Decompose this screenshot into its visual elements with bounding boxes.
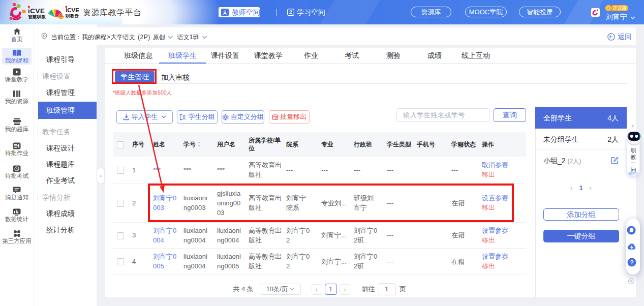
svg-text:?: ?: [630, 259, 633, 266]
